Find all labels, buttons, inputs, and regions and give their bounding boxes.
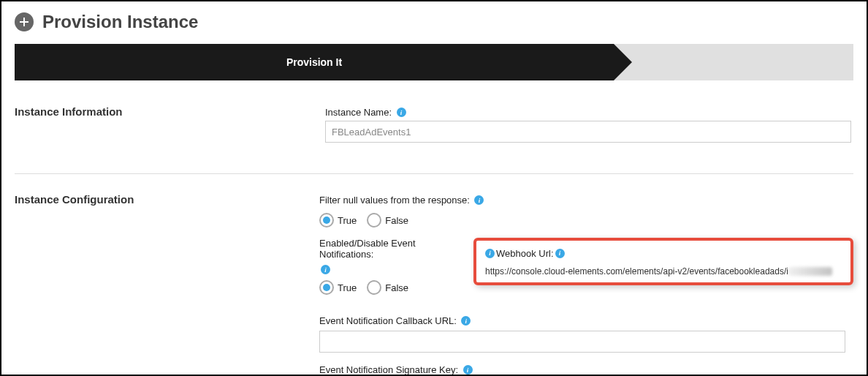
info-icon[interactable]: i	[461, 316, 471, 326]
callback-url-input[interactable]	[319, 331, 845, 353]
webhook-url-label: Webhook Url:	[496, 248, 554, 259]
step-active-label: Provision It	[286, 56, 342, 68]
webhook-highlight-box: i Webhook Url: i https://console.cloud-e…	[473, 238, 853, 285]
filter-null-false-radio[interactable]	[367, 213, 381, 228]
info-icon[interactable]: i	[321, 265, 330, 274]
redacted-blur	[788, 267, 832, 276]
chevron-right-icon	[614, 44, 632, 80]
section-instance-info-label: Instance Information	[15, 105, 325, 153]
radio-true-label: True	[338, 282, 357, 293]
info-icon[interactable]: i	[474, 195, 484, 205]
event-notif-label: Enabled/Disable Event Notifications:	[319, 238, 469, 260]
event-notif-false-radio[interactable]	[367, 280, 381, 295]
radio-true-label: True	[338, 215, 357, 226]
info-icon[interactable]: i	[555, 249, 565, 258]
page-header: Provision Instance	[1, 1, 867, 40]
instance-name-label: Instance Name:	[325, 107, 392, 118]
event-notif-true-radio[interactable]	[319, 280, 334, 295]
radio-false-label: False	[385, 282, 408, 293]
radio-false-label: False	[385, 215, 408, 226]
step-active[interactable]: Provision It	[15, 44, 614, 80]
signature-key-label: Event Notification Signature Key:	[319, 364, 458, 375]
page-title: Provision Instance	[42, 12, 198, 32]
filter-null-true-radio[interactable]	[319, 213, 334, 228]
info-icon[interactable]: i	[463, 365, 473, 375]
info-icon[interactable]: i	[397, 108, 406, 117]
plus-icon	[15, 12, 34, 31]
section-instance-config-label: Instance Configuration	[15, 193, 319, 376]
info-icon[interactable]: i	[485, 249, 495, 258]
stepper-bar: Provision It	[15, 44, 853, 80]
filter-null-label: Filter null values from the response:	[319, 195, 470, 206]
instance-name-input[interactable]	[325, 121, 851, 143]
callback-url-label: Event Notification Callback URL:	[319, 315, 457, 326]
webhook-url-value: https://console.cloud-elements.com/eleme…	[485, 266, 842, 277]
